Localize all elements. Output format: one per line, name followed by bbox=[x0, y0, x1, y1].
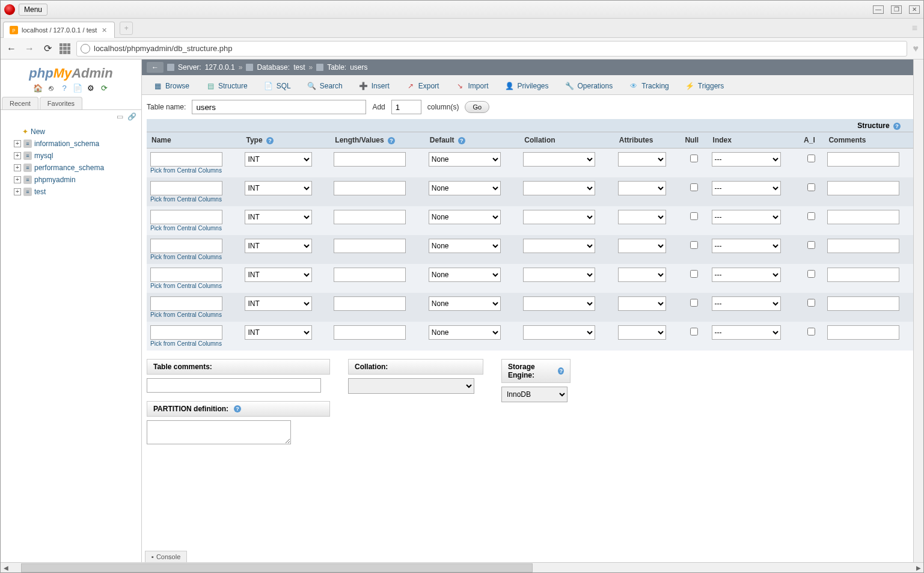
col-comments-input[interactable] bbox=[827, 152, 899, 167]
col-collation-select[interactable] bbox=[523, 152, 595, 167]
col-null-checkbox[interactable] bbox=[690, 183, 698, 191]
col-type-select[interactable]: INT bbox=[245, 296, 312, 311]
tab-stash-icon[interactable]: ≡ bbox=[912, 23, 917, 34]
pick-central-columns-link[interactable]: Pick from Central Columns bbox=[150, 167, 222, 174]
pick-central-columns-link[interactable]: Pick from Central Columns bbox=[150, 311, 222, 318]
tab-insert[interactable]: ➕Insert bbox=[352, 78, 397, 94]
console-toggle[interactable]: ▪ Console bbox=[145, 551, 187, 562]
col-type-select[interactable]: INT bbox=[245, 152, 312, 167]
close-button[interactable]: ✕ bbox=[909, 5, 920, 14]
tab-import[interactable]: ↘Import bbox=[448, 78, 496, 94]
col-null-checkbox[interactable] bbox=[690, 212, 698, 220]
browser-tab[interactable]: p localhost / 127.0.0.1 / test ✕ bbox=[3, 22, 115, 38]
scroll-right-icon[interactable]: ▶ bbox=[913, 563, 923, 573]
col-length-input[interactable] bbox=[334, 268, 406, 282]
pick-central-columns-link[interactable]: Pick from Central Columns bbox=[150, 254, 222, 260]
col-null-checkbox[interactable] bbox=[690, 328, 698, 336]
help-icon[interactable]: ? bbox=[266, 137, 274, 144]
docs-icon[interactable]: ? bbox=[60, 84, 69, 93]
collapse-panel-icon[interactable]: ▭ bbox=[117, 112, 123, 121]
col-length-input[interactable] bbox=[334, 239, 406, 253]
help-icon[interactable]: ? bbox=[458, 137, 465, 144]
col-collation-select[interactable] bbox=[523, 296, 595, 311]
sidebar-tab-favorites[interactable]: Favorites bbox=[40, 97, 82, 109]
db-tree-item[interactable]: +≡mysql bbox=[4, 150, 138, 162]
col-null-checkbox[interactable] bbox=[690, 299, 698, 307]
col-ai-checkbox[interactable] bbox=[807, 155, 815, 162]
col-null-checkbox[interactable] bbox=[690, 270, 698, 278]
col-name-input[interactable] bbox=[150, 181, 222, 195]
col-name-input[interactable] bbox=[150, 210, 222, 224]
speed-dial-button[interactable] bbox=[60, 43, 70, 54]
col-index-select[interactable]: --- bbox=[712, 325, 781, 340]
tab-tracking[interactable]: 👁Tracking bbox=[622, 78, 677, 94]
col-comments-input[interactable] bbox=[827, 210, 899, 224]
pick-central-columns-link[interactable]: Pick from Central Columns bbox=[150, 283, 222, 289]
bc-db-link[interactable]: test bbox=[293, 63, 305, 72]
help-icon[interactable]: ? bbox=[893, 123, 901, 130]
tab-browse[interactable]: ▦Browse bbox=[145, 78, 197, 94]
col-length-input[interactable] bbox=[334, 210, 406, 224]
tab-export[interactable]: ↗Export bbox=[399, 78, 447, 94]
col-ai-checkbox[interactable] bbox=[807, 270, 815, 278]
col-ai-checkbox[interactable] bbox=[807, 183, 815, 191]
logout-icon[interactable]: ⎋ bbox=[46, 84, 56, 93]
col-name-input[interactable] bbox=[150, 268, 222, 282]
col-collation-select[interactable] bbox=[523, 325, 595, 340]
col-type-select[interactable]: INT bbox=[245, 239, 312, 253]
tab-sql[interactable]: 📄SQL bbox=[257, 78, 299, 94]
horizontal-scrollbar[interactable]: ◀ ▶ bbox=[1, 562, 923, 572]
col-index-select[interactable]: --- bbox=[712, 239, 781, 253]
url-input[interactable] bbox=[94, 44, 903, 53]
db-tree-item[interactable]: +≡test bbox=[4, 186, 138, 198]
col-default-select[interactable]: None bbox=[429, 181, 501, 195]
col-type-select[interactable]: INT bbox=[245, 210, 312, 224]
col-comments-input[interactable] bbox=[827, 181, 899, 195]
expand-icon[interactable]: + bbox=[14, 140, 21, 147]
add-columns-input[interactable] bbox=[391, 100, 421, 114]
expand-icon[interactable]: + bbox=[14, 188, 21, 195]
col-collation-select[interactable] bbox=[523, 268, 595, 282]
col-index-select[interactable]: --- bbox=[712, 268, 781, 282]
col-ai-checkbox[interactable] bbox=[807, 299, 815, 307]
tab-triggers[interactable]: ⚡Triggers bbox=[678, 78, 732, 94]
col-length-input[interactable] bbox=[334, 181, 406, 195]
col-null-checkbox[interactable] bbox=[690, 155, 698, 162]
new-db-link[interactable]: ✦ New bbox=[4, 126, 138, 138]
help-icon[interactable]: ? bbox=[558, 367, 564, 375]
col-default-select[interactable]: None bbox=[429, 210, 501, 224]
col-collation-select[interactable] bbox=[523, 239, 595, 253]
pma-logo[interactable]: phpMyAdmin bbox=[1, 60, 141, 84]
col-default-select[interactable]: None bbox=[429, 325, 501, 340]
col-length-input[interactable] bbox=[334, 296, 406, 311]
col-length-input[interactable] bbox=[334, 152, 406, 167]
scrollbar-thumb[interactable] bbox=[21, 563, 533, 572]
go-button[interactable]: Go bbox=[465, 101, 489, 113]
col-name-input[interactable] bbox=[150, 152, 222, 167]
tab-search[interactable]: 🔍Search bbox=[300, 78, 350, 94]
col-type-select[interactable]: INT bbox=[245, 268, 312, 282]
col-type-select[interactable]: INT bbox=[245, 325, 312, 340]
col-attributes-select[interactable] bbox=[618, 152, 666, 167]
table-collation-select[interactable] bbox=[348, 378, 474, 394]
home-icon[interactable]: 🏠 bbox=[33, 84, 43, 93]
sql-query-icon[interactable]: 📄 bbox=[73, 84, 82, 93]
bc-server-link[interactable]: 127.0.0.1 bbox=[205, 63, 235, 72]
help-icon[interactable]: ? bbox=[234, 405, 241, 412]
col-index-select[interactable]: --- bbox=[712, 181, 781, 195]
col-attributes-select[interactable] bbox=[618, 296, 666, 311]
col-collation-select[interactable] bbox=[523, 181, 595, 195]
col-attributes-select[interactable] bbox=[618, 239, 666, 253]
col-attributes-select[interactable] bbox=[618, 181, 666, 195]
maximize-button[interactable]: ❐ bbox=[891, 5, 902, 14]
col-comments-input[interactable] bbox=[827, 268, 899, 282]
settings-gear-icon[interactable]: ⚙ bbox=[86, 84, 96, 93]
table-comments-input[interactable] bbox=[147, 378, 321, 393]
pick-central-columns-link[interactable]: Pick from Central Columns bbox=[150, 340, 222, 347]
col-index-select[interactable]: --- bbox=[712, 152, 781, 167]
bc-table-link[interactable]: users bbox=[350, 63, 367, 72]
col-default-select[interactable]: None bbox=[429, 268, 501, 282]
col-name-input[interactable] bbox=[150, 239, 222, 253]
col-default-select[interactable]: None bbox=[429, 296, 501, 311]
col-collation-select[interactable] bbox=[523, 210, 595, 224]
